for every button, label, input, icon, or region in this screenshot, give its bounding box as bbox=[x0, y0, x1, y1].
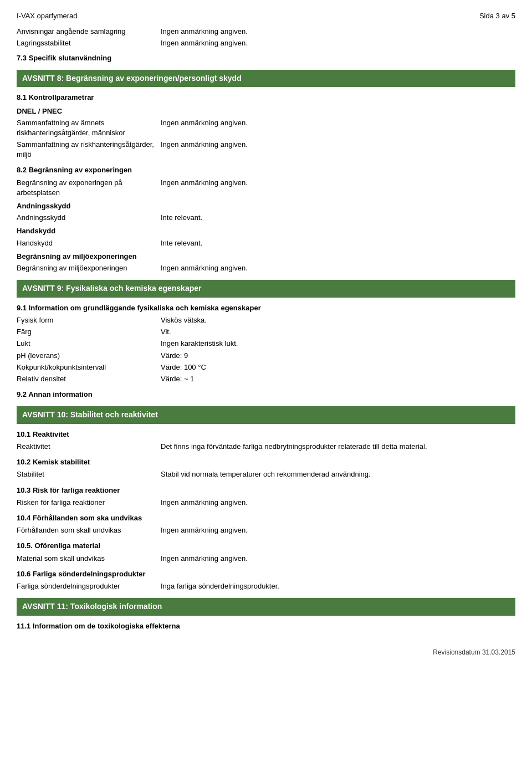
table-row: Reaktivitet Det finns inga förväntade fa… bbox=[17, 442, 515, 452]
table-row: Handskydd Inte relevant. bbox=[17, 238, 515, 248]
table-row: Material som skall undvikas Ingen anmärk… bbox=[17, 554, 515, 564]
subsection-10-5-title: 10.5. Oförenliga material bbox=[17, 541, 515, 551]
document-title: I-VAX oparfymerad bbox=[17, 11, 78, 21]
andningsskydd-title: Andningsskydd bbox=[17, 201, 515, 211]
subsection-10-1-title: 10.1 Reaktivitet bbox=[17, 430, 515, 439]
section11-header: AVSNITT 11: Toxikologisk information bbox=[17, 598, 515, 616]
table-row: Begränsning av exponeringen på arbetspla… bbox=[17, 178, 515, 198]
subsection-8-2-title: 8.2 Begränsning av exponeringen bbox=[17, 165, 515, 175]
subsection-9-2-title: 9.2 Annan information bbox=[17, 390, 515, 400]
label-farliga-reaktioner: Risken för farliga reaktioner bbox=[17, 498, 161, 508]
section8-header: AVSNITT 8: Begränsning av exponeringen/p… bbox=[17, 70, 515, 88]
miljoexponering-title: Begränsning av miljöexponeringen bbox=[17, 252, 515, 262]
top-section: Anvisningar angående samlagring Ingen an… bbox=[17, 27, 515, 48]
table-row: Fysisk form Viskös vätska. bbox=[17, 315, 515, 325]
section-7-3-title: 7.3 Specifik slutanvändning bbox=[17, 53, 515, 63]
value-fysisk-form: Viskös vätska. bbox=[161, 315, 515, 325]
value-miljoexp: Ingen anmärkning angiven. bbox=[161, 263, 515, 273]
page-info: Sida 3 av 5 bbox=[479, 11, 515, 21]
subsection-8-1-title: 8.1 Kontrollparametrar bbox=[17, 93, 515, 103]
handskydd-title: Handskydd bbox=[17, 226, 515, 236]
label-reaktivitet: Reaktivitet bbox=[17, 442, 161, 452]
label-lagring: Lagringsstabilitet bbox=[17, 38, 161, 48]
value-farg: Vit. bbox=[161, 327, 515, 337]
label-handskydd: Handskydd bbox=[17, 238, 161, 248]
page-header: I-VAX oparfymerad Sida 3 av 5 bbox=[17, 11, 515, 21]
value-reaktivitet: Det finns inga förväntade farliga nedbry… bbox=[161, 442, 515, 452]
label-risk-menneskor: Sammanfattning av ämnets riskhanteringså… bbox=[17, 118, 161, 138]
table-row: Anvisningar angående samlagring Ingen an… bbox=[17, 27, 515, 37]
label-densitet: Relativ densitet bbox=[17, 374, 161, 384]
label-andningsskydd: Andningsskydd bbox=[17, 213, 161, 223]
label-material-undvikas: Material som skall undvikas bbox=[17, 554, 161, 564]
value-risk-miljo: Ingen anmärkning angiven. bbox=[161, 140, 515, 160]
table-row: Lagringsstabilitet Ingen anmärkning angi… bbox=[17, 38, 515, 48]
table-row: Sammanfattning av riskhanteringsåtgärder… bbox=[17, 140, 515, 160]
page-footer: Revisionsdatum 31.03.2015 bbox=[17, 648, 515, 657]
subsection-11-1-title: 11.1 Information om de toxikologiska eff… bbox=[17, 621, 515, 631]
table-row: Lukt Ingen karakteristisk lukt. bbox=[17, 339, 515, 349]
value-handskydd: Inte relevant. bbox=[161, 238, 515, 248]
table-row: Stabilitet Stabil vid normala temperatur… bbox=[17, 469, 515, 479]
label-sonderdelning: Farliga sönderdelningsprodukter bbox=[17, 581, 161, 591]
value-sonderdelning: Inga farliga sönderdelningsprodukter. bbox=[161, 581, 515, 591]
label-miljoexp: Begränsning av miljöexponeringen bbox=[17, 263, 161, 273]
label-anvisningar: Anvisningar angående samlagring bbox=[17, 27, 161, 37]
label-kokpunkt: Kokpunkt/kokpunktsintervall bbox=[17, 362, 161, 372]
table-row: Kokpunkt/kokpunktsintervall Värde: 100 °… bbox=[17, 362, 515, 372]
label-fysisk-form: Fysisk form bbox=[17, 315, 161, 325]
value-forhallanden: Ingen anmärkning angiven. bbox=[161, 525, 515, 535]
label-ph: pH (leverans) bbox=[17, 351, 161, 361]
subsection-9-1-title: 9.1 Information om grundläggande fysikal… bbox=[17, 303, 515, 313]
table-row: pH (leverans) Värde: 9 bbox=[17, 351, 515, 361]
revision-date: Revisionsdatum 31.03.2015 bbox=[433, 648, 515, 657]
table-row: Sammanfattning av ämnets riskhanteringså… bbox=[17, 118, 515, 138]
table-row: Begränsning av miljöexponeringen Ingen a… bbox=[17, 263, 515, 273]
subsection-10-6-title: 10.6 Farliga sönderdelningsprodukter bbox=[17, 569, 515, 579]
value-exp-arbetsplatsen: Ingen anmärkning angiven. bbox=[161, 178, 515, 198]
label-forhallanden: Förhållanden som skall undvikas bbox=[17, 525, 161, 535]
label-exp-arbetsplatsen: Begränsning av exponeringen på arbetspla… bbox=[17, 178, 161, 198]
table-row: Farliga sönderdelningsprodukter Inga far… bbox=[17, 581, 515, 591]
value-ph: Värde: 9 bbox=[161, 351, 515, 361]
label-lukt: Lukt bbox=[17, 339, 161, 349]
table-row: Andningsskydd Inte relevant. bbox=[17, 213, 515, 223]
value-lukt: Ingen karakteristisk lukt. bbox=[161, 339, 515, 349]
section9-header: AVSNITT 9: Fysikaliska och kemiska egens… bbox=[17, 280, 515, 298]
value-densitet: Värde: ~ 1 bbox=[161, 374, 515, 384]
label-farg: Färg bbox=[17, 327, 161, 337]
value-lagring: Ingen anmärkning angiven. bbox=[161, 38, 515, 48]
value-material-undvikas: Ingen anmärkning angiven. bbox=[161, 554, 515, 564]
dnel-pnec-label: DNEL / PNEC bbox=[17, 106, 515, 116]
subsection-10-2-title: 10.2 Kemisk stabilitet bbox=[17, 457, 515, 467]
section10-header: AVSNITT 10: Stabilitet och reaktivitet bbox=[17, 406, 515, 424]
value-stabilitet: Stabil vid normala temperaturer och reko… bbox=[161, 469, 515, 479]
table-row: Färg Vit. bbox=[17, 327, 515, 337]
value-farliga-reaktioner: Ingen anmärkning angiven. bbox=[161, 498, 515, 508]
value-kokpunkt: Värde: 100 °C bbox=[161, 362, 515, 372]
label-risk-miljo: Sammanfattning av riskhanteringsåtgärder… bbox=[17, 140, 161, 160]
value-risk-menneskor: Ingen anmärkning angiven. bbox=[161, 118, 515, 138]
table-row: Risken för farliga reaktioner Ingen anmä… bbox=[17, 498, 515, 508]
value-anvisningar: Ingen anmärkning angiven. bbox=[161, 27, 515, 37]
subsection-10-3-title: 10.3 Risk för farliga reaktioner bbox=[17, 485, 515, 495]
value-andningsskydd: Inte relevant. bbox=[161, 213, 515, 223]
subsection-10-4-title: 10.4 Förhållanden som ska undvikas bbox=[17, 513, 515, 523]
table-row: Relativ densitet Värde: ~ 1 bbox=[17, 374, 515, 384]
label-stabilitet: Stabilitet bbox=[17, 469, 161, 479]
table-row: Förhållanden som skall undvikas Ingen an… bbox=[17, 525, 515, 535]
